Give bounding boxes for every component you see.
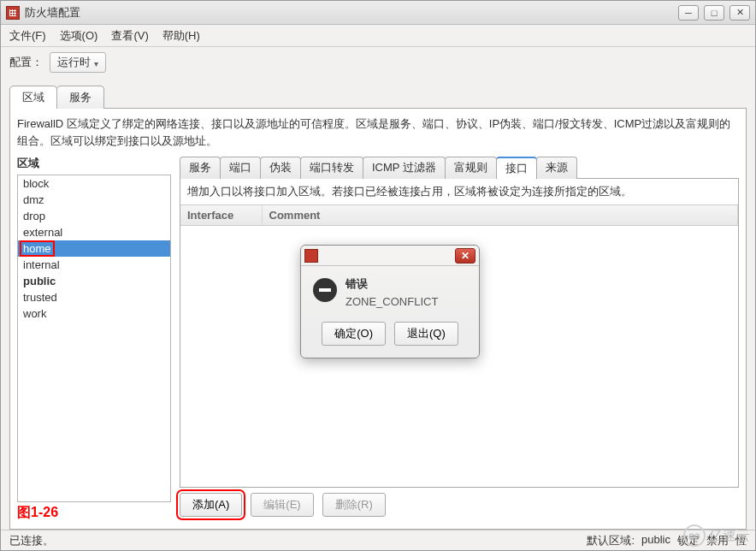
dialog-app-icon [304, 249, 318, 263]
app-icon [6, 6, 20, 20]
zone-column: 区域 blockdmzdropexternalhomeinternalpubli… [17, 156, 171, 522]
dialog-close-button[interactable]: ✕ [455, 248, 475, 264]
subtab-icmp[interactable]: ICMP 过滤器 [363, 157, 446, 179]
outer-tabs: 区域 服务 [1, 85, 755, 108]
zone-item-block[interactable]: block [18, 175, 170, 192]
edit-button[interactable]: 编辑(E) [251, 493, 313, 517]
subtab-masq[interactable]: 伪装 [260, 157, 301, 179]
dialog-titlebar: ✕ [301, 246, 479, 266]
delete-button[interactable]: 删除(R) [322, 493, 386, 517]
status-trailing: 恆 [735, 533, 747, 548]
error-icon [313, 278, 337, 302]
zones-description: FirewallD 区域定义了绑定的网络连接、接口以及源地址的可信程度。区域是服… [17, 116, 739, 149]
maximize-button[interactable]: □ [704, 5, 724, 21]
subtab-richrules[interactable]: 富规则 [445, 157, 497, 179]
col-interface[interactable]: Interface [180, 205, 262, 226]
subtab-services[interactable]: 服务 [180, 157, 221, 179]
outer-tab-services[interactable]: 服务 [56, 86, 104, 109]
zone-item-internal[interactable]: internal [18, 257, 170, 273]
menu-file[interactable]: 文件(F) [9, 28, 46, 44]
action-row: 添加(A) 编辑(E) 删除(R) [180, 488, 739, 522]
add-button[interactable]: 添加(A) [180, 493, 242, 517]
config-row: 配置： 运行时 [1, 47, 755, 78]
zone-item-dmz[interactable]: dmz [18, 192, 170, 208]
chevron-down-icon [94, 56, 98, 69]
dialog-ok-button[interactable]: 确定(O) [322, 322, 386, 346]
col-comment[interactable]: Comment [262, 205, 738, 226]
disable-label: 禁用 [706, 533, 729, 548]
dialog-message: ZONE_CONFLICT [346, 295, 438, 308]
titlebar: 防火墙配置 ─ □ ✕ [1, 1, 755, 25]
subtabs: 服务 端口 伪装 端口转发 ICMP 过滤器 富规则 接口 来源 [180, 156, 739, 178]
config-mode-dropdown[interactable]: 运行时 [50, 52, 106, 73]
window-title: 防火墙配置 [25, 5, 678, 21]
minimize-button[interactable]: ─ [678, 5, 699, 21]
subtab-interfaces[interactable]: 接口 [496, 157, 537, 179]
default-zone-value: public [641, 533, 670, 548]
menu-help[interactable]: 帮助(H) [162, 28, 200, 44]
subtab-portfwd[interactable]: 端口转发 [300, 157, 363, 179]
dialog-title: 错误 [346, 276, 438, 292]
statusbar: 已连接。 默认区域: public 锁定 禁用 恆 [1, 530, 755, 550]
zone-list[interactable]: blockdmzdropexternalhomeinternalpublictr… [17, 175, 171, 502]
close-button[interactable]: ✕ [729, 5, 750, 21]
config-mode-value: 运行时 [57, 55, 91, 70]
status-left: 已连接。 [9, 533, 54, 548]
zone-list-label: 区域 [17, 156, 171, 171]
menu-view[interactable]: 查看(V) [111, 28, 148, 44]
interfaces-description: 增加入口以将接口加入区域。若接口已经被连接占用，区域将被设定为连接所指定的区域。 [180, 179, 738, 204]
subtab-sources[interactable]: 来源 [536, 157, 577, 179]
default-zone-label: 默认区域: [587, 533, 635, 548]
interfaces-table: Interface Comment [180, 205, 738, 226]
outer-tab-zones[interactable]: 区域 [9, 86, 57, 109]
zone-item-drop[interactable]: drop [18, 208, 170, 224]
zone-item-external[interactable]: external [18, 224, 170, 240]
menu-options[interactable]: 选项(O) [60, 28, 98, 44]
figure-label: 图1-26 [17, 504, 171, 522]
lock-label: 锁定 [677, 533, 700, 548]
config-label: 配置： [9, 55, 43, 70]
subtab-ports[interactable]: 端口 [220, 157, 261, 179]
zone-item-public[interactable]: public [18, 273, 170, 289]
menubar: 文件(F) 选项(O) 查看(V) 帮助(H) [1, 25, 755, 47]
dialog-quit-button[interactable]: 退出(Q) [394, 322, 458, 346]
zone-item-work[interactable]: work [18, 305, 170, 322]
error-dialog: ✕ 错误 ZONE_CONFLICT 确定(O) 退出(Q) [300, 245, 480, 358]
zone-item-trusted[interactable]: trusted [18, 289, 170, 305]
zone-item-home[interactable]: home [18, 240, 170, 257]
